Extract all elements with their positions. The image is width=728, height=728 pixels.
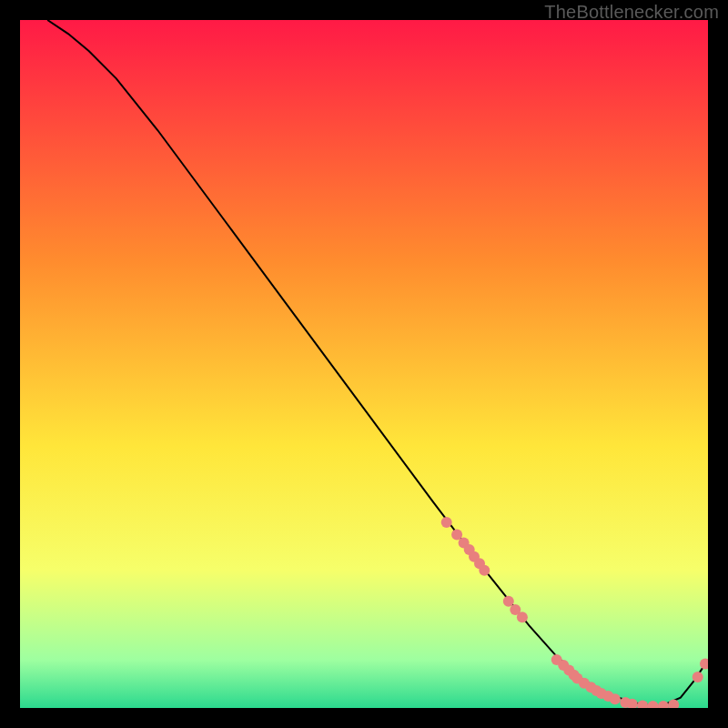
chart-svg [20,20,708,708]
chart-stage: TheBottlenecker.com [0,0,728,728]
data-point [610,693,621,704]
gradient-background [20,20,708,708]
data-point [517,612,528,622]
plot-area [20,20,708,708]
data-point [693,672,703,682]
data-point [441,517,452,528]
data-point [479,565,490,576]
